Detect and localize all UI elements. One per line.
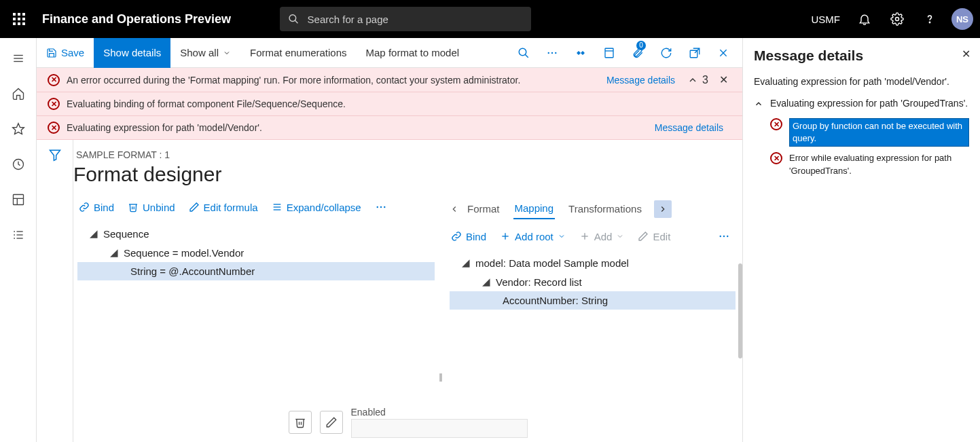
search-box[interactable] — [280, 7, 531, 31]
office-icon[interactable] — [596, 38, 623, 68]
edit-formula-label: Edit formula — [204, 202, 258, 213]
message-details-panel: ✕ Message details Evaluating expression … — [742, 38, 980, 442]
chevron-up-icon[interactable] — [754, 98, 763, 109]
app-launcher-icon[interactable] — [0, 0, 38, 38]
tree-node-selected[interactable]: String = @.AccountNumber — [77, 262, 435, 280]
pencil-icon — [638, 231, 649, 242]
edit-property-button[interactable] — [320, 411, 343, 434]
panel-group[interactable]: Evaluating expression for path 'GroupedT… — [754, 98, 969, 109]
help-icon[interactable] — [915, 0, 945, 38]
search-icon — [288, 13, 300, 25]
model-tree: ◢model: Data model Sample model ◢Vendor:… — [446, 253, 736, 310]
error-icon: ✕ — [48, 74, 60, 86]
vertical-splitter-icon[interactable]: ‖ — [439, 372, 443, 382]
message-details-link[interactable]: Message details — [655, 122, 723, 133]
map-format-button[interactable]: Map format to model — [357, 38, 469, 68]
show-all-label: Show all — [180, 47, 219, 58]
expand-collapse-button[interactable]: Expand/collapse — [266, 199, 367, 216]
panel-error-item[interactable]: ✕ Error while evaluating expression for … — [754, 149, 969, 179]
svg-point-0 — [289, 15, 296, 22]
bind-label: Bind — [466, 231, 486, 242]
list-icon — [272, 202, 283, 213]
tree-node-selected[interactable]: AccountNumber: String — [450, 291, 736, 310]
panel-subtitle: Evaluating expression for path 'model/Ve… — [754, 76, 969, 87]
user-avatar[interactable]: NS — [951, 8, 973, 30]
app-title: Finance and Operations Preview — [38, 12, 239, 26]
caret-down-icon[interactable]: ◢ — [482, 276, 490, 288]
recent-icon[interactable] — [3, 149, 33, 179]
tab-prev-icon[interactable] — [446, 200, 463, 218]
tree-label: AccountNumber: String — [503, 295, 608, 306]
svg-point-33 — [376, 206, 378, 208]
bind-button[interactable]: Bind — [446, 228, 492, 245]
close-panel-icon[interactable]: ✕ — [962, 48, 970, 60]
tab-next-icon[interactable] — [654, 200, 672, 218]
expand-label: Expand/collapse — [287, 202, 361, 213]
error-row: ✕ Evaluating expression for path 'model/… — [37, 116, 742, 139]
find-icon[interactable] — [510, 38, 537, 68]
filter-icon[interactable] — [48, 148, 62, 442]
waffle-icon — [13, 13, 25, 25]
caret-down-icon[interactable]: ◢ — [110, 246, 118, 259]
enabled-label: Enabled — [351, 407, 528, 418]
breadcrumb: SAMPLE FORMAT : 1 — [73, 149, 742, 163]
format-enum-label: Format enumerations — [250, 47, 347, 58]
tab-transformations[interactable]: Transformations — [567, 199, 643, 219]
header-right: USMF NS — [805, 0, 981, 38]
bind-button[interactable]: Bind — [73, 199, 120, 216]
modules-icon[interactable] — [3, 220, 33, 250]
tab-mapping[interactable]: Mapping — [513, 198, 556, 219]
attachments-icon[interactable]: 0 — [624, 38, 651, 68]
group-label: Evaluating expression for path 'GroupedT… — [770, 98, 969, 109]
designer: SAMPLE FORMAT : 1 Format designer Bind U… — [73, 140, 742, 442]
message-details-link[interactable]: Message details — [606, 75, 675, 86]
refresh-icon[interactable] — [653, 38, 680, 68]
svg-point-18 — [519, 48, 526, 56]
edit-formula-button[interactable]: Edit formula — [183, 199, 264, 216]
left-nav-rail — [0, 38, 37, 442]
error-row: ✕ Evaluating binding of format component… — [37, 92, 742, 116]
format-enum-button[interactable]: Format enumerations — [240, 38, 357, 68]
workspaces-icon[interactable] — [3, 185, 33, 215]
search-input[interactable] — [308, 14, 523, 25]
svg-marker-7 — [12, 124, 24, 134]
show-details-button[interactable]: Show details — [94, 38, 170, 68]
notifications-icon[interactable] — [850, 0, 879, 38]
panel-error-item-selected[interactable]: ✕ Group by function can not be executed … — [754, 115, 969, 149]
home-icon[interactable] — [3, 79, 33, 109]
close-page-icon[interactable] — [710, 38, 737, 68]
overflow-button[interactable] — [369, 198, 393, 216]
save-button[interactable]: Save — [37, 38, 94, 68]
tree-label: Sequence = model.Vendor — [124, 247, 244, 259]
delete-button[interactable] — [289, 411, 312, 434]
popout-icon[interactable] — [681, 38, 708, 68]
caret-down-icon[interactable]: ◢ — [462, 257, 470, 269]
add-button: Add — [574, 228, 630, 245]
overflow-icon[interactable] — [539, 38, 566, 68]
unbind-label: Unbind — [143, 202, 175, 213]
tree-node[interactable]: ◢model: Data model Sample model — [450, 253, 736, 272]
link-icon[interactable] — [567, 38, 594, 68]
tree-node[interactable]: ◢Vendor: Record list — [450, 272, 736, 291]
tree-node[interactable]: ◢Sequence — [77, 224, 435, 243]
add-root-button[interactable]: Add root — [494, 228, 571, 245]
caret-down-icon[interactable]: ◢ — [90, 227, 98, 240]
tab-format[interactable]: Format — [466, 199, 501, 219]
svg-line-19 — [525, 54, 528, 58]
favorites-icon[interactable] — [3, 114, 33, 144]
enabled-field[interactable] — [351, 419, 528, 438]
chevron-down-icon — [616, 232, 624, 240]
left-toolbar: Bind Unbind Edit formula Expand/collapse — [73, 196, 435, 224]
settings-icon[interactable] — [882, 0, 912, 38]
tree-node[interactable]: ◢Sequence = model.Vendor — [77, 243, 435, 262]
dismiss-errors-icon[interactable]: ✕ — [715, 73, 731, 86]
show-all-button[interactable]: Show all — [170, 38, 240, 68]
svg-point-41 — [723, 236, 725, 237]
hamburger-icon[interactable] — [3, 43, 33, 73]
overflow-button[interactable] — [712, 227, 736, 245]
tree-label: String = @.AccountNumber — [130, 265, 255, 277]
unbind-button[interactable]: Unbind — [122, 199, 181, 216]
format-tree-pane: Bind Unbind Edit formula Expand/collapse… — [73, 196, 440, 442]
legal-entity[interactable]: USMF — [805, 14, 848, 25]
collapse-errors-icon[interactable] — [687, 75, 698, 86]
